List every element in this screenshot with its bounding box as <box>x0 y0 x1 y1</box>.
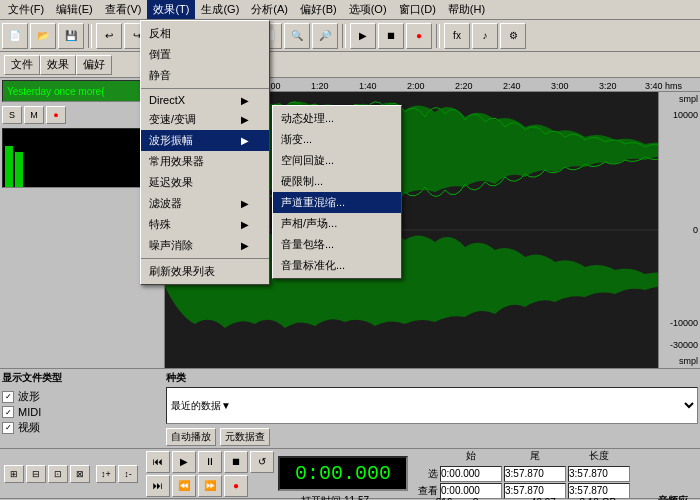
waveform-checkbox[interactable]: ✓ <box>2 391 14 403</box>
tb-sep5 <box>436 24 440 48</box>
menu-options[interactable]: 选项(O) <box>343 0 393 19</box>
col-start-header: 始 <box>440 449 502 463</box>
menu-directx[interactable]: DirectX ▶ <box>141 91 269 109</box>
svg-text:2:40: 2:40 <box>503 81 521 91</box>
submenu-phase[interactable]: 声相/声场... <box>273 213 401 234</box>
submenu-dynamics[interactable]: 动态处理... <box>273 108 401 129</box>
pitch-arrow: ▶ <box>241 114 249 125</box>
menu-sep2 <box>141 258 269 259</box>
menu-invert[interactable]: 反相 <box>141 23 269 44</box>
effects-dropdown: 反相 倒置 静音 DirectX ▶ 变速/变调 ▶ 波形振幅 ▶ 常用效果器 … <box>140 20 270 285</box>
directx-arrow: ▶ <box>241 95 249 106</box>
position-panel: 始 尾 长度 选 查看 <box>418 449 630 499</box>
btn-goto-end[interactable]: ⏭ <box>146 475 170 497</box>
zoom-all[interactable]: ⊡ <box>48 465 68 483</box>
tb-stop[interactable]: ⏹ <box>378 23 404 49</box>
btn-goto-start[interactable]: ⏮ <box>146 451 170 473</box>
tb-zoom-in[interactable]: 🔍 <box>284 23 310 49</box>
tb-effects[interactable]: fx <box>444 23 470 49</box>
open-time: 打开时间 11.57秒 <box>301 494 375 501</box>
tab-file[interactable]: 文件 <box>4 55 40 75</box>
track-record[interactable]: ● <box>46 106 66 124</box>
svg-text:2:00: 2:00 <box>407 81 425 91</box>
tb-sep1 <box>88 24 92 48</box>
midi-type-row: ✓ MIDI <box>2 406 162 418</box>
menu-edit[interactable]: 编辑(E) <box>50 0 99 19</box>
track-name: Yesterday once more( <box>7 86 104 97</box>
filter-arrow: ▶ <box>241 198 249 209</box>
menu-window[interactable]: 窗口(D) <box>393 0 442 19</box>
menu-special[interactable]: 特殊 ▶ <box>141 214 269 235</box>
auto-play-btn[interactable]: 自动播放 <box>166 428 216 446</box>
track-header: Yesterday once more( <box>2 80 162 102</box>
menu-favorites[interactable]: 偏好(B) <box>294 0 343 19</box>
btn-rewind[interactable]: ⏪ <box>172 475 196 497</box>
btn-stop[interactable]: ⏹ <box>224 451 248 473</box>
metadata-btn[interactable]: 元数据查 <box>220 428 270 446</box>
menu-delay[interactable]: 延迟效果 <box>141 172 269 193</box>
submenu-fade[interactable]: 渐变... <box>273 129 401 150</box>
tb-record[interactable]: ● <box>406 23 432 49</box>
menu-common-effects[interactable]: 常用效果器 <box>141 151 269 172</box>
btn-play[interactable]: ▶ <box>172 451 196 473</box>
type-label: 种类 <box>166 371 698 385</box>
btn-pause[interactable]: ⏸ <box>198 451 222 473</box>
menu-waveform-amplitude[interactable]: 波形振幅 ▶ <box>141 130 269 151</box>
menu-generate[interactable]: 生成(G) <box>195 0 245 19</box>
midi-label: MIDI <box>18 406 41 418</box>
track-mute[interactable]: M <box>24 106 44 124</box>
tab-favorites[interactable]: 偏好 <box>76 55 112 75</box>
special-arrow: ▶ <box>241 219 249 230</box>
btn-loop[interactable]: ↺ <box>250 451 274 473</box>
video-label: 视频 <box>18 420 40 435</box>
svg-text:1:20: 1:20 <box>311 81 329 91</box>
zoom-in-v[interactable]: ↕+ <box>96 465 116 483</box>
video-checkbox[interactable]: ✓ <box>2 422 14 434</box>
tb-zoom-out[interactable]: 🔎 <box>312 23 338 49</box>
select-length[interactable] <box>568 466 630 482</box>
menu-filter[interactable]: 滤波器 ▶ <box>141 193 269 214</box>
directx-label: DirectX <box>149 94 185 106</box>
submenu-channel-mix[interactable]: 声道重混缩... <box>273 192 401 213</box>
menu-noise[interactable]: 噪声消除 ▶ <box>141 235 269 256</box>
tb-sep4 <box>342 24 346 48</box>
tb-save[interactable]: 💾 <box>58 23 84 49</box>
zoom-sel[interactable]: ⊠ <box>70 465 90 483</box>
submenu-volume[interactable]: 音量包络... <box>273 234 401 255</box>
zoom-in-h[interactable]: ⊞ <box>4 465 24 483</box>
tb-open[interactable]: 📂 <box>30 23 56 49</box>
tb-undo[interactable]: ↩ <box>96 23 122 49</box>
track-solo[interactable]: S <box>2 106 22 124</box>
svg-text:1:40: 1:40 <box>359 81 377 91</box>
menu-pitch[interactable]: 变速/变调 ▶ <box>141 109 269 130</box>
midi-checkbox[interactable]: ✓ <box>2 406 14 418</box>
filter-label: 滤波器 <box>149 196 182 211</box>
btn-record[interactable]: ● <box>224 475 248 497</box>
tab-effects[interactable]: 效果 <box>40 55 76 75</box>
menu-silence[interactable]: 静音 <box>141 65 269 86</box>
menu-refresh[interactable]: 刷新效果列表 <box>141 261 269 282</box>
tb-normalize[interactable]: ♪ <box>472 23 498 49</box>
file-browser-right: 种类 最近的数据▼ 自动播放 元数据查 <box>166 371 698 446</box>
select-end[interactable] <box>504 466 566 482</box>
zoom-out-v[interactable]: ↕- <box>118 465 138 483</box>
submenu-normalize[interactable]: 音量标准化... <box>273 255 401 276</box>
show-file-type-label: 显示文件类型 <box>2 371 162 385</box>
tb-new[interactable]: 📄 <box>2 23 28 49</box>
menu-analyze[interactable]: 分析(A) <box>245 0 294 19</box>
submenu-room[interactable]: 空间回旋... <box>273 150 401 171</box>
file-type-dropdown[interactable]: 最近的数据▼ <box>166 387 698 424</box>
noise-label: 噪声消除 <box>149 238 193 253</box>
select-start[interactable] <box>440 466 502 482</box>
zoom-out-h[interactable]: ⊟ <box>26 465 46 483</box>
tb-settings[interactable]: ⚙ <box>500 23 526 49</box>
menu-view[interactable]: 查看(V) <box>99 0 148 19</box>
col-end-header: 尾 <box>504 449 566 463</box>
menu-effects[interactable]: 效果(T) <box>147 0 195 19</box>
btn-ffwd[interactable]: ⏩ <box>198 475 222 497</box>
tb-play[interactable]: ▶ <box>350 23 376 49</box>
menu-reverse[interactable]: 倒置 <box>141 44 269 65</box>
submenu-hardlimit[interactable]: 硬限制... <box>273 171 401 192</box>
menu-file[interactable]: 文件(F) <box>2 0 50 19</box>
menu-help[interactable]: 帮助(H) <box>442 0 491 19</box>
